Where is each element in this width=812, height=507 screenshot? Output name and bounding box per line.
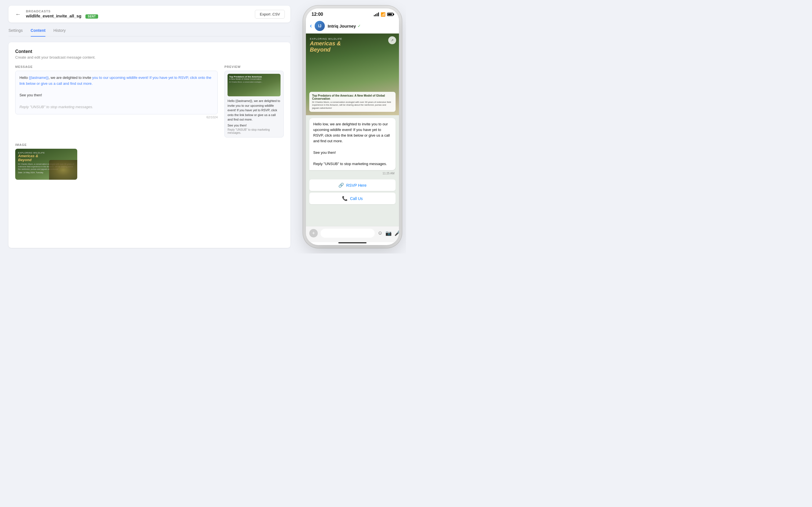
section-title: Content [15, 49, 284, 54]
mic-icon[interactable]: 🎤 [395, 230, 399, 236]
add-attachment-button[interactable]: + [309, 229, 318, 237]
message-see-you: See you then! [19, 93, 42, 97]
export-csv-button[interactable]: Export .CSV [255, 10, 285, 18]
broadcast-title: wildlife_event_invite_all_sg [26, 13, 82, 18]
share-button[interactable]: ↗ [388, 36, 396, 44]
chat-content[interactable]: EXPLORING WILDLIFE Americas &Beyond Top … [306, 34, 399, 226]
chat-name-row: Intriq Journey ✓ [327, 24, 395, 29]
right-panel: 12:00 📶 ‹ IJ [299, 0, 406, 253]
avatar: IJ [315, 21, 325, 31]
status-icons: 📶 [374, 12, 393, 17]
sent-badge: SENT [86, 14, 98, 18]
message-placeholder: Reply "UNSUB" to stop marketing messages… [19, 105, 93, 109]
preview-see-you: See you then! [227, 124, 281, 127]
chat-unsub: Reply "UNSUB" to stop marketing messages… [313, 162, 387, 166]
chat-input-icons: ☺ 📷 🎤 [377, 230, 399, 236]
content-section: Content Create and edit your broadcast m… [8, 42, 290, 248]
rsvp-icon: 🔗 [338, 182, 344, 188]
char-count: 62/1024 [15, 115, 218, 119]
tab-history[interactable]: History [53, 28, 66, 37]
preview-column: PREVIEW Top Predators of the Americas A … [224, 65, 284, 137]
broadcast-header: ← BROADCASTS wildlife_event_invite_all_s… [8, 6, 290, 22]
left-panel: ← BROADCASTS wildlife_event_invite_all_s… [0, 0, 299, 253]
preview-image: Top Predators of the Americas A New Mode… [227, 74, 281, 96]
camera-icon[interactable]: 📷 [386, 230, 392, 236]
broadcast-info: BROADCASTS wildlife_event_invite_all_sg … [26, 10, 255, 18]
image-section: IMAGE EXPLORING WILDLIFE Americas & Beyo… [15, 143, 284, 180]
chat-header: ‹ IJ Intriq Journey ✓ [306, 18, 399, 34]
message-column: MESSAGE Hello {{lastname}}, we are delig… [15, 65, 218, 137]
broadcast-category: BROADCASTS [26, 10, 255, 13]
preview-message-text: Hello {{lastname}}, we are delighted to … [227, 99, 281, 122]
message-label: MESSAGE [15, 65, 218, 68]
status-bar: 12:00 📶 [306, 8, 399, 18]
emoji-icon[interactable]: ☺ [377, 230, 383, 236]
signal-bars-icon [374, 12, 379, 16]
message-variable: {{lastname}} [29, 75, 49, 80]
chat-wildlife-image: EXPLORING WILDLIFE Americas &Beyond Top … [306, 34, 399, 115]
preview-label: PREVIEW [224, 65, 284, 68]
chat-input-bar: + ☺ 📷 🎤 [306, 226, 399, 242]
wildlife-overlay-text: EXPLORING WILDLIFE Americas &Beyond [310, 38, 342, 53]
call-us-button[interactable]: 📞 Call Us [309, 193, 396, 204]
chat-bubble: Hello low, we are delighted to invite yo… [309, 118, 396, 170]
battery-icon [387, 13, 393, 16]
tab-settings[interactable]: Settings [8, 28, 23, 37]
image-thumbnail: EXPLORING WILDLIFE Americas & Beyond Dr … [15, 149, 77, 180]
chat-name: Intriq Journey [327, 24, 356, 29]
message-box[interactable]: Hello {{lastname}}, we are delighted to … [15, 71, 218, 114]
rsvp-label: RSVP Here [346, 183, 366, 187]
message-body: , we are delighted to invite [49, 75, 92, 80]
preview-unsub: Reply "UNSUB" to stop marketing messages… [227, 128, 281, 134]
back-button[interactable]: ← [14, 10, 22, 18]
wifi-icon: 📶 [380, 12, 386, 17]
action-buttons: 🔗 RSVP Here 📞 Call Us [306, 178, 399, 208]
wildlife-card-overlay: Top Predators of the Americas: A New Mod… [309, 92, 396, 112]
jaguar-image [49, 160, 77, 180]
preview-card: Top Predators of the Americas A New Mode… [224, 71, 284, 137]
phone-mockup: 12:00 📶 ‹ IJ [306, 8, 399, 245]
chat-input[interactable] [320, 229, 375, 238]
call-label: Call Us [350, 196, 363, 201]
chat-back-button[interactable]: ‹ [310, 22, 312, 30]
message-prefix: Hello [19, 75, 29, 80]
section-subtitle: Create and edit your broadcast message c… [15, 55, 284, 59]
image-label: IMAGE [15, 143, 284, 147]
phone-icon: 📞 [342, 196, 348, 201]
home-indicator [338, 242, 366, 243]
chat-see-you: See you then! [313, 151, 336, 155]
chat-message-text: Hello low, we are delighted to invite yo… [313, 122, 390, 143]
status-time: 12:00 [312, 12, 323, 17]
chat-bubble-area: Hello low, we are delighted to invite yo… [306, 115, 399, 178]
verified-badge-icon: ✓ [357, 24, 361, 28]
rsvp-button[interactable]: 🔗 RSVP Here [309, 179, 396, 191]
tab-content[interactable]: Content [31, 28, 46, 37]
tabs-bar: Settings Content History [8, 28, 290, 37]
chat-timestamp: 11:25 AM [309, 172, 396, 175]
